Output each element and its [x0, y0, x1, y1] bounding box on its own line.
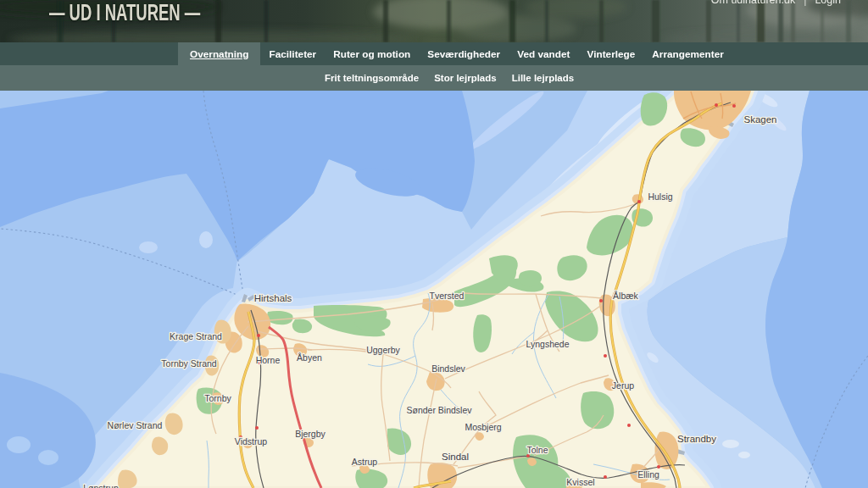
svg-text:Hirtshals: Hirtshals [254, 293, 292, 303]
svg-text:Tversted: Tversted [430, 291, 465, 301]
svg-text:Horne: Horne [256, 355, 281, 365]
svg-text:Tolne: Tolne [526, 445, 548, 455]
svg-text:Elling: Elling [637, 469, 659, 480]
svg-text:Tornby Strand: Tornby Strand [161, 358, 217, 369]
svg-text:Nørlev Strand: Nørlev Strand [108, 420, 163, 430]
svg-text:Sindal: Sindal [442, 452, 469, 462]
svg-text:Astrup: Astrup [352, 457, 378, 467]
svg-text:Åbyen: Åbyen [297, 352, 322, 363]
svg-text:Vidstrup: Vidstrup [235, 436, 267, 446]
svg-text:Jerup: Jerup [612, 380, 634, 391]
svg-text:Lønstrup: Lønstrup [83, 483, 119, 488]
svg-text:Uggerby: Uggerby [366, 345, 400, 355]
svg-text:Bindslev: Bindslev [431, 363, 465, 374]
svg-text:Hulsig: Hulsig [648, 191, 672, 202]
svg-text:Krage Strand: Krage Strand [170, 331, 222, 341]
svg-text:Bjergby: Bjergby [295, 429, 326, 439]
svg-text:Ålbæk: Ålbæk [613, 291, 639, 301]
svg-text:Strandby: Strandby [677, 434, 716, 444]
svg-text:Lyngshede: Lyngshede [526, 339, 570, 349]
svg-text:Skagen: Skagen [743, 114, 776, 125]
svg-text:Tornby: Tornby [204, 393, 231, 403]
svg-text:Kvissel: Kvissel [566, 477, 594, 487]
svg-text:Sønder Bindslev: Sønder Bindslev [406, 405, 472, 415]
svg-text:Mosbjerg: Mosbjerg [465, 422, 501, 432]
